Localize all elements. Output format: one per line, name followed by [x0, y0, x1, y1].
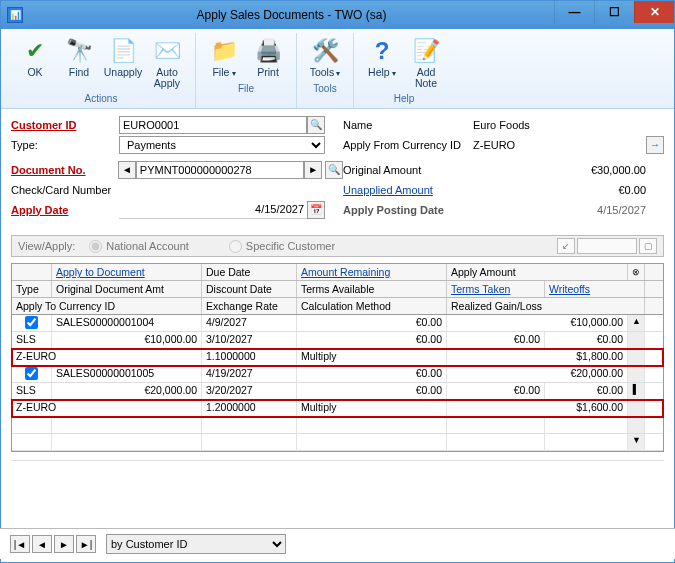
- cell-discount-date: 3/10/2027: [202, 332, 297, 348]
- customer-id-lookup[interactable]: 🔍: [307, 116, 325, 134]
- apply-posting-date-value: 4/15/2027: [473, 204, 664, 216]
- col-apply-amount: Apply Amount: [447, 264, 628, 280]
- view-prev-btn[interactable]: ↙: [557, 238, 575, 254]
- col-calc-method: Calculation Method: [297, 298, 447, 314]
- print-button[interactable]: 🖨️ Print: [246, 33, 290, 81]
- scrollbar[interactable]: [628, 366, 645, 382]
- col-due-date: Due Date: [202, 264, 297, 280]
- cell-due-date: 4/9/2027: [202, 315, 297, 331]
- cell-currency: Z-EURO: [12, 400, 202, 416]
- view-apply-label: View/Apply:: [18, 240, 75, 252]
- help-button[interactable]: ? Help: [360, 33, 404, 91]
- ok-button[interactable]: ✔ OK: [13, 33, 57, 91]
- table-row: [12, 417, 663, 434]
- national-account-label: National Account: [106, 240, 189, 252]
- table-row[interactable]: SLS€10,000.003/10/2027€0.00€0.00€0.00: [12, 332, 663, 349]
- document-no-input[interactable]: [136, 161, 304, 179]
- unapply-button[interactable]: 📄 Unapply: [101, 33, 145, 91]
- cell-realized-gain: $1,600.00: [447, 400, 628, 416]
- next-record-button[interactable]: ►: [54, 535, 74, 553]
- cell-remaining: €0.00: [297, 315, 447, 331]
- cell-exchange-rate: 1.1000000: [202, 349, 297, 365]
- cell-type: SLS: [12, 383, 52, 399]
- col-terms-taken[interactable]: Terms Taken: [447, 281, 545, 297]
- cell-exchange-rate: 1.2000000: [202, 400, 297, 416]
- tools-icon: 🛠️: [309, 35, 341, 67]
- scroll-down-icon[interactable]: ▼: [628, 434, 645, 450]
- scrollbar[interactable]: [628, 332, 645, 348]
- document-no-label[interactable]: Document No.: [11, 164, 118, 176]
- doc-next-button[interactable]: ►: [304, 161, 322, 179]
- col-apply-to-currency: Apply To Currency ID: [12, 298, 202, 314]
- document-lookup[interactable]: 🔍: [325, 161, 343, 179]
- col-writeoffs[interactable]: Writeoffs: [545, 281, 645, 297]
- scrollbar[interactable]: [628, 349, 645, 365]
- cell-discount-date: 3/20/2027: [202, 383, 297, 399]
- table-row[interactable]: Z-EURO1.2000000Multiply$1,600.00: [12, 400, 663, 417]
- add-note-button[interactable]: 📝 Add Note: [404, 33, 448, 91]
- app-icon: 📊: [7, 7, 23, 23]
- tools-button[interactable]: 🛠️ Tools: [303, 33, 347, 81]
- scrollbar[interactable]: ▌: [628, 383, 645, 399]
- sort-by-select[interactable]: by Customer ID: [106, 534, 286, 554]
- checkmark-icon: ✔: [19, 35, 51, 67]
- col-discount-date: Discount Date: [202, 281, 297, 297]
- specific-customer-label: Specific Customer: [246, 240, 335, 252]
- cell-writeoffs: €0.00: [545, 383, 628, 399]
- col-amount-remaining[interactable]: Amount Remaining: [297, 264, 447, 280]
- table-row[interactable]: Z-EURO1.1000000Multiply$1,800.00: [12, 349, 663, 366]
- cell-terms-taken: €0.00: [447, 332, 545, 348]
- apply-from-currency-label: Apply From Currency ID: [343, 139, 473, 151]
- apply-checkbox[interactable]: [12, 315, 52, 331]
- col-type: Type: [12, 281, 52, 297]
- scrollbar[interactable]: [628, 400, 645, 416]
- national-account-radio: [89, 240, 102, 253]
- cell-original-amt: €20,000.00: [52, 383, 202, 399]
- type-select[interactable]: Payments: [119, 136, 325, 154]
- col-terms-available: Terms Available: [297, 281, 447, 297]
- minimize-button[interactable]: —: [554, 1, 594, 23]
- currency-expand-button[interactable]: →: [646, 136, 664, 154]
- apply-from-currency-value: Z-EURO: [473, 139, 646, 151]
- binoculars-icon: 🔭: [63, 35, 95, 67]
- find-button[interactable]: 🔭 Find: [57, 33, 101, 91]
- document-icon: 📄: [107, 35, 139, 67]
- folder-icon: 📁: [208, 35, 240, 67]
- view-apply-bar: View/Apply: National Account Specific Cu…: [11, 235, 664, 257]
- ribbon-group-file: File: [238, 81, 254, 96]
- cell-currency: Z-EURO: [12, 349, 202, 365]
- col-apply-to-document[interactable]: Apply to Document: [52, 264, 202, 280]
- table-row[interactable]: SLS€20,000.003/20/2027€0.00€0.00€0.00▌: [12, 383, 663, 400]
- original-amount-label: Original Amount: [343, 164, 473, 176]
- grid-expand-icon[interactable]: ⊗: [628, 264, 645, 280]
- close-button[interactable]: ✕: [634, 1, 674, 23]
- view-field[interactable]: [577, 238, 637, 254]
- cell-terms-available: €0.00: [297, 332, 447, 348]
- first-record-button[interactable]: |◄: [10, 535, 30, 553]
- file-button[interactable]: 📁 File: [202, 33, 246, 81]
- doc-prev-button[interactable]: ◄: [118, 161, 136, 179]
- specific-customer-radio: [229, 240, 242, 253]
- view-lookup-btn[interactable]: ▢: [639, 238, 657, 254]
- cell-original-amt: €10,000.00: [52, 332, 202, 348]
- apply-date-input[interactable]: [119, 201, 307, 219]
- customer-id-input[interactable]: [119, 116, 307, 134]
- calendar-icon[interactable]: 📅: [307, 201, 325, 219]
- prev-record-button[interactable]: ◄: [32, 535, 52, 553]
- cell-terms-taken: €0.00: [447, 383, 545, 399]
- cell-type: SLS: [12, 332, 52, 348]
- note-icon: 📝: [410, 35, 442, 67]
- customer-id-label[interactable]: Customer ID: [11, 119, 119, 131]
- scrollbar[interactable]: ▲: [628, 315, 645, 331]
- help-icon: ?: [366, 35, 398, 67]
- ribbon-toolbar: ✔ OK 🔭 Find 📄 Unapply ✉️ Auto Apply Acti…: [1, 29, 674, 109]
- table-row[interactable]: SALES000000010044/9/2027€0.00€10,000.00▲: [12, 315, 663, 332]
- last-record-button[interactable]: ►|: [76, 535, 96, 553]
- table-row[interactable]: SALES000000010054/19/2027€0.00€20,000.00: [12, 366, 663, 383]
- cell-calc-method: Multiply: [297, 349, 447, 365]
- auto-apply-button[interactable]: ✉️ Auto Apply: [145, 33, 189, 91]
- cell-writeoffs: €0.00: [545, 332, 628, 348]
- apply-checkbox[interactable]: [12, 366, 52, 382]
- unapplied-amount-label[interactable]: Unapplied Amount: [343, 184, 473, 196]
- maximize-button[interactable]: ☐: [594, 1, 634, 23]
